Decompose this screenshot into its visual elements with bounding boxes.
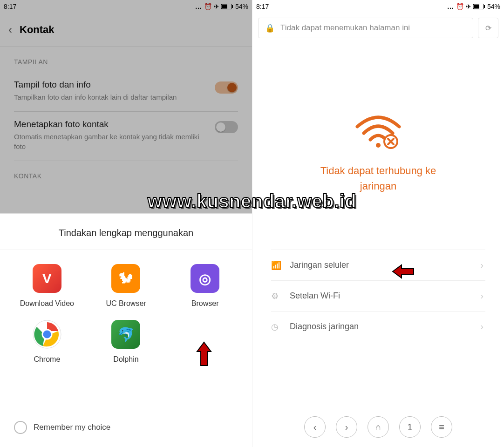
setting-menetapkan-foto[interactable]: Menetapkan foto kontak Otomatis menetapk…: [0, 112, 252, 161]
annotation-arrow-up: [195, 340, 213, 368]
right-phone-screenshot: 8:17 ⏰ ✈ 54% 🔒 Tidak dapat menemukan hal…: [252, 0, 504, 447]
checkbox-empty-icon[interactable]: [14, 421, 27, 434]
toggle-menetapkan-foto[interactable]: [215, 121, 238, 133]
toggle-tampil-foto[interactable]: [215, 81, 238, 94]
nav-home-button[interactable]: ⌂: [368, 416, 389, 438]
alarm-icon: ⏰: [456, 3, 464, 10]
lock-icon: 🔒: [265, 23, 275, 33]
app-label: Chrome: [34, 355, 60, 364]
nav-menu-button[interactable]: ≡: [431, 416, 452, 438]
app-choice-uc-browser[interactable]: 🐿UC Browser: [87, 264, 166, 308]
remember-label: Remember my choice: [34, 423, 110, 432]
option-diagnosis-jaringan[interactable]: ◷Diagnosis jaringan›: [271, 312, 485, 342]
battery-percent: 54%: [487, 3, 500, 10]
option-label: Diagnosis jaringan: [290, 322, 359, 332]
left-phone-screenshot: 8:17 ⏰ ✈ 54% ‹ Kontak TAMPILAN Tampil fo…: [0, 0, 252, 447]
chevron-left-icon: ‹: [313, 422, 317, 433]
app-choice-dolphin[interactable]: 🐬Dolphin: [87, 320, 166, 364]
airplane-icon: ✈: [466, 3, 471, 10]
status-bar: 8:17 ⏰ ✈ 54%: [252, 0, 504, 13]
tabs-count: 1: [407, 422, 412, 433]
error-title-line1: Tidak dapat terhubung ke: [320, 165, 436, 176]
back-icon[interactable]: ‹: [8, 23, 12, 36]
option-jaringan-seluler[interactable]: 📶Jaringan seluler›: [271, 250, 485, 281]
reload-button[interactable]: ⟳: [478, 18, 498, 38]
option-label: Jaringan seluler: [290, 260, 349, 270]
more-icon: [195, 3, 202, 10]
nav-forward-button[interactable]: ›: [336, 416, 357, 438]
app-label: Dolphin: [113, 355, 138, 364]
app-choice-browser[interactable]: ◎Browser: [165, 264, 245, 308]
setting-title: Menetapkan foto kontak: [14, 119, 205, 129]
address-text: Tidak dapat menemukan halaman ini: [280, 23, 410, 33]
option-icon: 📶: [271, 260, 281, 271]
app-label: UC Browser: [106, 299, 146, 308]
page-header: ‹ Kontak: [0, 13, 252, 47]
airplane-icon: ✈: [214, 3, 219, 10]
remember-choice[interactable]: Remember my choice: [14, 421, 110, 434]
svg-rect-2: [232, 5, 233, 8]
chevron-right-icon: ›: [480, 291, 484, 301]
battery-percent: 54%: [235, 3, 248, 10]
sheet-title: Tindakan lengkap menggunakan: [0, 214, 252, 250]
status-bar: 8:17 ⏰ ✈ 54%: [0, 0, 252, 13]
nav-back-button[interactable]: ‹: [304, 416, 326, 438]
battery-icon: [473, 4, 485, 9]
app-icon: [33, 320, 61, 349]
reload-icon: ⟳: [485, 24, 491, 33]
alarm-icon: ⏰: [204, 3, 212, 10]
app-icon: ◎: [191, 264, 219, 293]
setting-subtitle: Tampilkan foto dan info kontak lain di d…: [14, 93, 205, 102]
chevron-right-icon: ›: [480, 260, 484, 271]
status-time: 8:17: [256, 3, 269, 10]
annotation-arrow-left: [390, 264, 415, 279]
chevron-right-icon: ›: [480, 321, 484, 332]
app-icon: 🐿: [111, 264, 140, 293]
option-icon: ⚙: [271, 291, 281, 301]
page-title: Kontak: [20, 24, 54, 36]
svg-rect-9: [474, 5, 479, 9]
menu-icon: ≡: [439, 422, 444, 433]
chevron-right-icon: ›: [345, 422, 348, 433]
nav-tabs-button[interactable]: 1: [399, 416, 421, 438]
app-icon: V: [33, 264, 61, 293]
app-label: Browser: [191, 299, 219, 308]
section-label-tampilan: TAMPILAN: [0, 47, 252, 72]
more-icon: [447, 3, 454, 10]
battery-icon: [221, 4, 233, 9]
address-bar[interactable]: 🔒 Tidak dapat menemukan halaman ini: [258, 18, 473, 38]
svg-point-11: [376, 143, 381, 148]
option-label: Setelan Wi-Fi: [290, 291, 340, 301]
app-choice-chrome[interactable]: Chrome: [7, 320, 87, 364]
app-icon: 🐬: [111, 320, 140, 349]
app-label: Download Video: [20, 299, 74, 308]
option-setelan-wi-fi[interactable]: ⚙Setelan Wi-Fi›: [271, 281, 485, 312]
app-choice-download-video[interactable]: VDownload Video: [7, 264, 87, 308]
setting-tampil-foto[interactable]: Tampil foto dan info Tampilkan foto dan …: [0, 72, 252, 111]
svg-rect-1: [222, 5, 227, 9]
svg-rect-10: [484, 5, 485, 8]
setting-subtitle: Otomatis menetapkan gambar ke kontak yan…: [14, 132, 205, 151]
setting-title: Tampil foto dan info: [14, 80, 205, 90]
browser-bottom-nav: ‹ › ⌂ 1 ≡: [252, 407, 504, 447]
app-chooser-sheet: Tindakan lengkap menggunakan VDownload V…: [0, 213, 252, 447]
home-icon: ⌂: [375, 422, 381, 433]
network-error-panel: Tidak dapat terhubung ke jaringan: [252, 43, 504, 194]
wifi-error-icon: [353, 113, 404, 150]
error-title-line2: jaringan: [360, 180, 396, 192]
section-label-kontak: KONTAK: [0, 161, 252, 186]
option-icon: ◷: [271, 322, 281, 332]
status-time: 8:17: [4, 3, 16, 10]
